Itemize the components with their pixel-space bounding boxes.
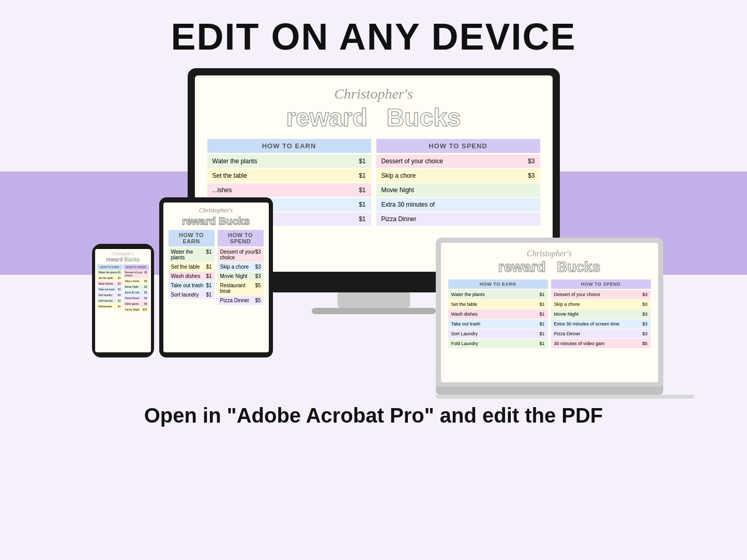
tablet-earn-1: Water the plants$1 xyxy=(169,247,215,262)
tablet-spend-5: Pizza Dinner$5 xyxy=(218,296,264,305)
tablet-spend-col: HOW TO SPEND Dessert of your choice$3 Sk… xyxy=(218,230,264,305)
tablet-spend-4: Restaurant treat$5 xyxy=(218,281,264,295)
laptop-earn-2: Set the table$1 xyxy=(448,300,548,309)
phone-earn-5: Sort laundry$1 xyxy=(97,292,123,298)
phone-spend-header: HOW TO SPEND xyxy=(124,265,149,270)
laptop-table: HOW TO EARN Water the plants$1 Set the t… xyxy=(448,279,651,349)
tablet-reward-title: reward Bucks xyxy=(169,215,264,227)
tablet-earn-col: HOW TO EARN Water the plants$1 Set the t… xyxy=(169,230,215,305)
phone-screen: Christopher's reward Bucks HOW TO EARN W… xyxy=(95,249,151,352)
monitor-earn-row-3: ...ishes$1 xyxy=(207,183,371,197)
monitor-spend-col: HOW TO SPEND Dessert of your choice$3 Sk… xyxy=(376,139,540,227)
laptop-spend-header: HOW TO SPEND xyxy=(551,279,651,289)
tablet-frame: Christopher's reward Bucks HOW TO EARN W… xyxy=(159,197,273,357)
tablet-earn-5: Sort laundry$1 xyxy=(169,290,215,299)
laptop-base xyxy=(436,386,663,395)
phone-earn-4: Take out trash$1 xyxy=(97,287,123,292)
laptop-spend-2: Skip a chore$3 xyxy=(551,300,651,309)
phone-earn-6: Fold laundry$1 xyxy=(97,298,123,303)
devices-container: Christopher's reward Bucks HOW TO EARN W… xyxy=(64,68,684,399)
laptop-spend-4: Extra 30 minutes of screen time$3 xyxy=(551,319,651,329)
subtitle-text: Open in "Adobe Acrobat Pro" and edit the… xyxy=(144,404,603,427)
tablet-earn-header: HOW TO EARN xyxy=(169,230,215,246)
tablet-doc-name: Christopher's xyxy=(169,207,264,214)
tablet-screen: Christopher's reward Bucks HOW TO EARN W… xyxy=(163,203,269,352)
monitor-base xyxy=(312,308,436,314)
tablet-table: HOW TO EARN Water the plants$1 Set the t… xyxy=(169,230,264,305)
laptop-earn-col: HOW TO EARN Water the plants$1 Set the t… xyxy=(448,279,548,349)
phone-earn-3: Wash dishes$1 xyxy=(97,281,123,286)
laptop-frame: Christopher's reward Bucks HOW TO EARN W… xyxy=(436,238,663,386)
tablet-earn-2: Set the table$1 xyxy=(169,262,215,271)
tablet-spend-1: Dessert of your choice$3 xyxy=(218,247,264,262)
laptop-spend-1: Dessert of your choice$3 xyxy=(551,290,651,299)
phone-spend-5: Pizza Dinner$3 xyxy=(124,295,149,301)
laptop-earn-1: Water the plants$1 xyxy=(448,290,548,299)
monitor-spend-row-5: Pizza Dinner xyxy=(376,212,540,226)
laptop-screen: Christopher's reward Bucks HOW TO EARN W… xyxy=(441,243,658,382)
phone-earn-2: Set the table$1 xyxy=(97,275,123,281)
tablet-content: Christopher's reward Bucks HOW TO EARN W… xyxy=(163,203,269,352)
laptop-doc-name: Christopher's xyxy=(448,249,651,258)
monitor-earn-row-2: Set the table$1 xyxy=(207,169,371,182)
laptop-keyboard xyxy=(436,395,694,399)
laptop-earn-header: HOW TO EARN xyxy=(448,279,548,289)
tablet-spend-3: Movie Night$3 xyxy=(218,272,264,281)
tablet-earn-3: Wash dishes$1 xyxy=(169,272,215,281)
monitor-spend-row-4: Extra 30 minutes of xyxy=(376,198,540,211)
monitor-spend-row-1: Dessert of your choice$3 xyxy=(376,154,540,168)
phone-earn-col: HOW TO EARN Water the plants$1 Set the t… xyxy=(97,265,123,313)
phone-spend-7: Family Night$10 xyxy=(124,307,149,312)
monitor-reward-title: reward Bucks xyxy=(207,104,540,132)
laptop-reward-title: reward Bucks xyxy=(448,259,651,275)
laptop-earn-6: Fold Laundry$1 xyxy=(448,339,548,348)
phone-earn-header: HOW TO EARN xyxy=(97,265,123,270)
phone-doc-name: Christopher's xyxy=(97,252,149,256)
laptop-earn-4: Take out trash$1 xyxy=(448,319,548,329)
phone-spend-1: Dessert of your choice$3 xyxy=(124,270,149,278)
phone-content: Christopher's reward Bucks HOW TO EARN W… xyxy=(95,249,151,315)
laptop-device: Christopher's reward Bucks HOW TO EARN W… xyxy=(436,238,663,399)
phone-spend-4: Extra 30 min$3 xyxy=(124,290,149,295)
phone-spend-3: Movie Night$3 xyxy=(124,284,149,289)
laptop-spend-col: HOW TO SPEND Dessert of your choice$3 Sk… xyxy=(551,279,651,349)
phone-spend-col: HOW TO SPEND Dessert of your choice$3 Sk… xyxy=(124,265,149,313)
monitor-stand xyxy=(338,292,410,308)
phone-device: Christopher's reward Bucks HOW TO EARN W… xyxy=(92,244,154,357)
laptop-earn-3: Wash dishes$1 xyxy=(448,309,548,319)
monitor-earn-header: HOW TO EARN xyxy=(207,139,371,153)
laptop-earn-5: Sort Laundry$1 xyxy=(448,329,548,338)
tablet-spend-2: Skip a chore$3 xyxy=(218,262,264,271)
monitor-earn-row-1: Water the plants$1 xyxy=(207,154,371,168)
phone-earn-7: Dishwasher$1 xyxy=(97,304,123,309)
phone-earn-1: Water the plants$1 xyxy=(97,270,123,275)
tablet-spend-header: HOW TO SPEND xyxy=(218,230,264,246)
phone-spend-2: Skip a chore$3 xyxy=(124,278,149,284)
tablet-device: Christopher's reward Bucks HOW TO EARN W… xyxy=(159,197,273,357)
phone-reward-title: reward Bucks xyxy=(97,257,149,262)
phone-frame: Christopher's reward Bucks HOW TO EARN W… xyxy=(92,244,154,357)
laptop-spend-3: Movie Night$3 xyxy=(551,309,651,319)
laptop-content: Christopher's reward Bucks HOW TO EARN W… xyxy=(441,243,658,353)
phone-spend-6: Video game$5 xyxy=(124,301,149,306)
phone-table: HOW TO EARN Water the plants$1 Set the t… xyxy=(97,265,149,313)
main-title: EDIT ON ANY DEVICE xyxy=(171,15,576,58)
monitor-spend-row-2: Skip a chore$3 xyxy=(376,169,540,182)
laptop-spend-5: Pizza Dinner$3 xyxy=(551,329,651,338)
laptop-spend-6: 30 minutes of video gam$5 xyxy=(551,339,651,348)
monitor-doc-name: Christopher's xyxy=(207,86,540,102)
monitor-spend-header: HOW TO SPEND xyxy=(376,139,540,153)
monitor-spend-row-3: Movie Night xyxy=(376,183,540,197)
tablet-earn-4: Take out trash$1 xyxy=(169,281,215,290)
